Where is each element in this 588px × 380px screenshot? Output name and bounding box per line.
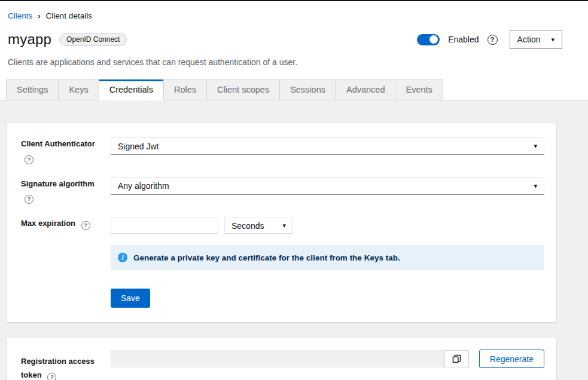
tab-events[interactable]: Events	[395, 79, 443, 100]
registration-token-card: Registration access token ? Regenerate	[7, 338, 556, 380]
header-actions: Enabled ? Action ▾	[417, 30, 562, 49]
info-alert-text: Generate a private key and certificate f…	[133, 253, 400, 262]
page-header: Clients › Client details myapp OpenID Co…	[0, 1, 588, 100]
max-expiration-label-col: Max expiration ?	[21, 217, 111, 308]
tab-keys[interactable]: Keys	[58, 79, 99, 100]
chevron-right-icon: ›	[38, 11, 40, 20]
toggle-knob	[429, 35, 438, 44]
tab-sessions[interactable]: Sessions	[279, 79, 336, 100]
info-alert: i Generate a private key and certificate…	[111, 245, 544, 270]
page-description: Clients are applications and services th…	[0, 51, 588, 67]
registration-token-help-icon[interactable]: ?	[47, 373, 56, 380]
registration-token-controls: Regenerate	[111, 350, 544, 368]
caret-down-icon: ▾	[534, 143, 537, 149]
signature-algorithm-select[interactable]: Any algorithm ▾	[111, 177, 544, 195]
tab-client-scopes[interactable]: Client scopes	[206, 79, 280, 100]
max-expiration-help-icon[interactable]: ?	[81, 221, 90, 230]
tab-roles[interactable]: Roles	[163, 79, 207, 100]
client-authenticator-select[interactable]: Signed Jwt ▾	[111, 137, 544, 155]
max-expiration-group: Max expiration ? Seconds ▾ i Generate a …	[21, 217, 544, 308]
breadcrumb: Clients › Client details	[0, 11, 588, 28]
caret-down-icon: ▾	[534, 183, 537, 189]
registration-token-label: Registration access token	[21, 357, 95, 379]
action-dropdown[interactable]: Action ▾	[510, 30, 562, 49]
client-authenticator-label: Client Authenticator	[21, 139, 95, 148]
action-label: Action	[517, 35, 541, 44]
max-expiration-unit-select[interactable]: Seconds ▾	[224, 217, 293, 234]
max-expiration-label: Max expiration	[21, 219, 75, 228]
help-icon[interactable]: ?	[488, 35, 498, 45]
client-authenticator-help-icon[interactable]: ?	[25, 155, 33, 164]
signature-algorithm-label-col: Signature algorithm ?	[21, 177, 111, 205]
signature-algorithm-label: Signature algorithm	[21, 179, 95, 188]
client-authenticator-label-col: Client Authenticator ?	[21, 137, 111, 165]
enabled-label: Enabled	[448, 35, 479, 44]
tab-bar: Settings Keys Credentials Roles Client s…	[0, 79, 588, 100]
caret-down-icon: ▾	[282, 222, 286, 229]
protocol-badge: OpenID Connect	[59, 33, 127, 46]
title-row: myapp OpenID Connect Enabled ? Action ▾	[0, 28, 588, 51]
tab-settings[interactable]: Settings	[6, 79, 59, 100]
page-title: myapp	[8, 31, 51, 48]
breadcrumb-clients-link[interactable]: Clients	[8, 11, 32, 20]
max-expiration-input[interactable]	[111, 217, 218, 234]
enabled-toggle[interactable]	[417, 34, 440, 45]
registration-token-group: Registration access token ? Regenerate	[21, 350, 544, 380]
tab-advanced[interactable]: Advanced	[336, 79, 396, 100]
client-authenticator-group: Client Authenticator ? Signed Jwt ▾	[21, 137, 544, 165]
breadcrumb-current: Client details	[46, 11, 92, 20]
registration-token-label-col: Registration access token ?	[21, 350, 111, 380]
credentials-card: Client Authenticator ? Signed Jwt ▾ Sign…	[7, 123, 556, 322]
max-expiration-unit-value: Seconds	[231, 221, 264, 231]
copy-button[interactable]	[444, 350, 469, 367]
tab-credentials[interactable]: Credentials	[99, 79, 164, 100]
signature-algorithm-help-icon[interactable]: ?	[25, 195, 33, 204]
regenerate-button[interactable]: Regenerate	[479, 350, 544, 368]
signature-algorithm-control: Any algorithm ▾	[111, 177, 544, 205]
registration-token-input	[111, 350, 444, 367]
caret-down-icon: ▾	[551, 36, 555, 43]
info-icon: i	[118, 253, 127, 262]
signature-algorithm-value: Any algorithm	[118, 181, 169, 191]
save-button[interactable]: Save	[111, 289, 150, 308]
client-authenticator-value: Signed Jwt	[118, 142, 159, 151]
max-expiration-control: Seconds ▾ i Generate a private key and c…	[111, 217, 544, 308]
signature-algorithm-group: Signature algorithm ? Any algorithm ▾	[21, 177, 544, 205]
client-authenticator-control: Signed Jwt ▾	[111, 137, 544, 165]
content-area: Client Authenticator ? Signed Jwt ▾ Sign…	[0, 100, 588, 380]
copy-icon	[452, 354, 461, 363]
